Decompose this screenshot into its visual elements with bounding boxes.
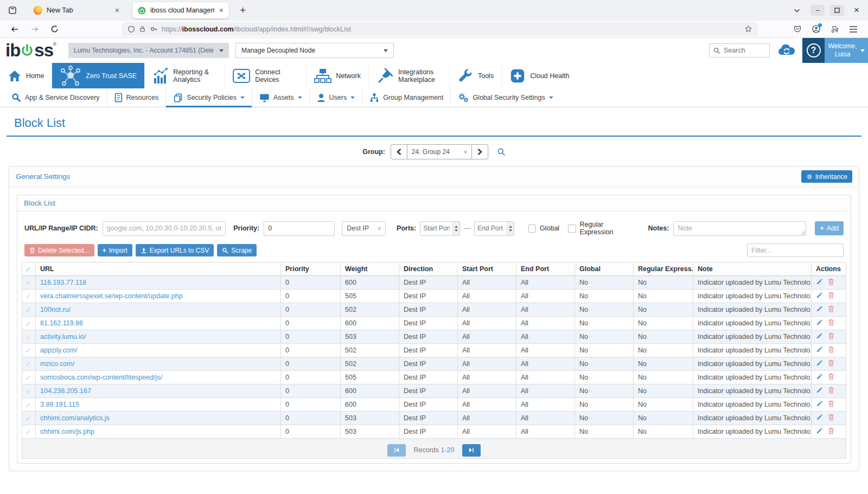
nav-item-network[interactable]: Network xyxy=(306,63,368,88)
subnav-global-security-settings[interactable]: Global Security Settings xyxy=(450,88,560,107)
row-checkbox[interactable]: ✓ xyxy=(22,344,36,357)
edit-pencil-icon[interactable] xyxy=(816,292,823,299)
group-prev-button[interactable] xyxy=(391,145,407,159)
import-button[interactable]: +Import xyxy=(98,244,132,256)
account-icon[interactable] xyxy=(812,24,821,34)
user-menu[interactable]: Welcome,Luisa xyxy=(825,38,868,63)
edit-pencil-icon[interactable] xyxy=(816,387,823,394)
direction-select[interactable]: Dest IP ˅ xyxy=(342,221,386,236)
end-port-stepper[interactable] xyxy=(474,221,514,236)
nav-item-tools[interactable]: Tools xyxy=(449,63,501,88)
delete-trash-icon[interactable] xyxy=(828,427,834,434)
row-checkbox[interactable]: ✓ xyxy=(22,330,36,344)
cloud-sync-icon[interactable] xyxy=(777,43,796,57)
delete-trash-icon[interactable] xyxy=(828,360,834,367)
scrape-button[interactable]: Scrape xyxy=(217,244,257,256)
forward-icon[interactable] xyxy=(30,25,39,34)
group-select[interactable]: 24. Group 24 ˅ xyxy=(407,145,471,159)
row-checkbox[interactable]: ✓ xyxy=(22,290,36,303)
subnav-group-management[interactable]: Group Management xyxy=(362,88,450,107)
url-link[interactable]: appzily.com/ xyxy=(40,347,78,354)
group-search-icon[interactable] xyxy=(497,147,506,156)
edit-pencil-icon[interactable] xyxy=(816,373,823,380)
window-maximize-button[interactable] xyxy=(830,5,844,16)
pocket-icon[interactable] xyxy=(793,25,802,34)
delete-trash-icon[interactable] xyxy=(828,278,834,285)
priority-input[interactable] xyxy=(264,221,335,236)
search-input[interactable] xyxy=(724,47,762,54)
new-tab-button[interactable]: + xyxy=(235,4,250,16)
col-global[interactable]: Global xyxy=(575,262,634,276)
global-checkbox[interactable] xyxy=(528,224,536,233)
row-checkbox[interactable]: ✓ xyxy=(22,317,36,330)
edit-pencil-icon[interactable] xyxy=(816,332,823,339)
delete-trash-icon[interactable] xyxy=(828,292,834,299)
note-textarea[interactable] xyxy=(673,221,806,236)
firefox-view-icon[interactable] xyxy=(4,3,21,17)
nav-item-integrations-marketplace[interactable]: Integrations Marketplace xyxy=(368,63,449,88)
back-icon[interactable] xyxy=(10,25,19,34)
regex-checkbox[interactable] xyxy=(568,224,576,233)
subnav-app-service-discovery[interactable]: App & Service Discovery xyxy=(4,88,107,107)
url-link[interactable]: vera.chalmersspexet.se/wp-content/update… xyxy=(40,292,183,300)
col-direction[interactable]: Direction xyxy=(399,262,458,276)
tab-close-icon[interactable]: × xyxy=(115,7,119,14)
start-port-input[interactable] xyxy=(420,222,452,235)
lock-icon[interactable] xyxy=(139,25,146,33)
nav-item-home[interactable]: Home xyxy=(0,63,52,88)
filter-input[interactable] xyxy=(747,243,844,257)
url-link[interactable]: 3.89.191.115 xyxy=(40,401,79,408)
stepper-arrows[interactable] xyxy=(452,222,459,235)
col-note[interactable]: Note xyxy=(693,262,812,276)
menu-hamburger-icon[interactable] xyxy=(849,25,858,33)
tab-new-tab[interactable]: New Tab × xyxy=(28,2,125,18)
nav-item-reporting-analytics[interactable]: Reporting & Analytics xyxy=(144,63,224,88)
url-cidr-input[interactable] xyxy=(103,221,226,236)
edit-pencil-icon[interactable] xyxy=(816,414,823,421)
resize-grip[interactable] xyxy=(800,230,805,235)
add-button[interactable]: +Add xyxy=(815,221,844,235)
help-button[interactable]: ? xyxy=(802,38,825,63)
url-link[interactable]: 116.193.77.118 xyxy=(40,279,86,286)
delete-trash-icon[interactable] xyxy=(828,414,834,421)
url-link[interactable]: chhimi.com/js.php xyxy=(40,428,94,435)
start-port-stepper[interactable] xyxy=(420,221,459,236)
delete-trash-icon[interactable] xyxy=(828,346,834,353)
delete-trash-icon[interactable] xyxy=(828,387,834,394)
url-link[interactable]: chhimi.com/analytics.js xyxy=(40,414,110,422)
row-checkbox[interactable]: ✓ xyxy=(22,276,36,290)
reload-icon[interactable] xyxy=(50,25,59,33)
shield-icon[interactable] xyxy=(127,25,135,33)
col-end-port[interactable]: End Port xyxy=(516,262,575,276)
list-tabs-chevron-icon[interactable] xyxy=(793,7,801,14)
col-regex[interactable]: Regular Express... xyxy=(634,262,693,276)
url-link[interactable]: mzico.com/ xyxy=(40,360,74,368)
delete-trash-icon[interactable] xyxy=(828,305,834,312)
bookmark-star-icon[interactable] xyxy=(744,25,752,33)
subnav-security-policies[interactable]: Security Policies xyxy=(165,88,252,107)
edit-pencil-icon[interactable] xyxy=(816,400,823,407)
row-checkbox[interactable]: ✓ xyxy=(22,357,36,371)
extensions-puzzle-icon[interactable] xyxy=(831,25,839,34)
select-all-check[interactable]: ✓ xyxy=(22,262,36,276)
row-checkbox[interactable]: ✓ xyxy=(22,303,36,317)
url-bar[interactable]: https://ibosscloud.com/ibcloud/app/index… xyxy=(122,22,758,36)
subnav-resources[interactable]: Resources xyxy=(107,88,166,107)
col-weight[interactable]: Weight xyxy=(341,262,399,276)
delete-selected-button[interactable]: Delete Selected... xyxy=(24,244,94,256)
nav-item-cloud-health[interactable]: Cloud Health xyxy=(501,63,577,88)
delete-trash-icon[interactable] xyxy=(828,373,834,380)
row-checkbox[interactable]: ✓ xyxy=(22,398,36,412)
delete-trash-icon[interactable] xyxy=(828,319,834,326)
edit-pencil-icon[interactable] xyxy=(816,360,823,367)
window-close-button[interactable]: × xyxy=(850,5,864,16)
edit-pencil-icon[interactable] xyxy=(816,319,823,326)
subnav-users[interactable]: Users xyxy=(309,88,362,107)
url-link[interactable]: 104.238.205.167 xyxy=(40,387,91,395)
col-priority[interactable]: Priority xyxy=(281,262,341,276)
export-csv-button[interactable]: Export URLs to CSV xyxy=(136,244,214,256)
edit-pencil-icon[interactable] xyxy=(816,346,823,353)
delete-trash-icon[interactable] xyxy=(828,332,834,339)
group-next-button[interactable] xyxy=(471,145,488,159)
delete-trash-icon[interactable] xyxy=(828,400,834,407)
